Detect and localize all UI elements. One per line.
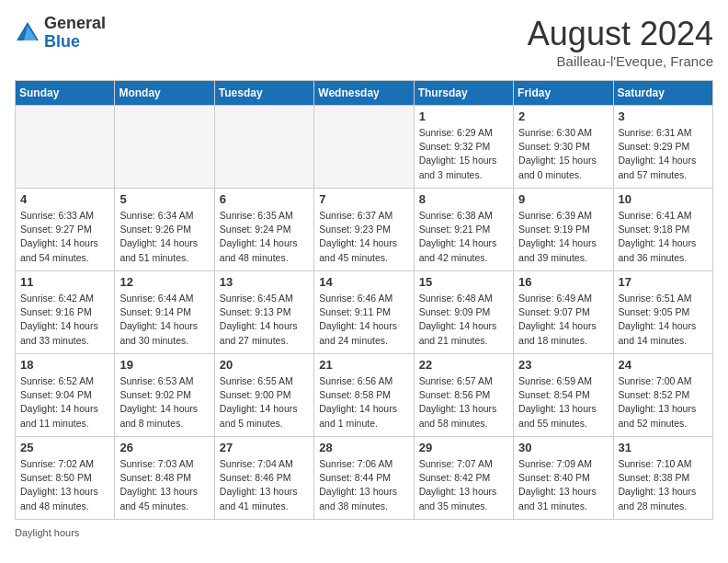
calendar-cell	[16, 106, 115, 189]
calendar-cell: 15Sunrise: 6:48 AM Sunset: 9:09 PM Dayli…	[414, 271, 513, 354]
day-number: 4	[20, 192, 109, 206]
calendar-cell: 19Sunrise: 6:53 AM Sunset: 9:02 PM Dayli…	[115, 354, 214, 437]
calendar-cell: 17Sunrise: 6:51 AM Sunset: 9:05 PM Dayli…	[613, 271, 712, 354]
day-info: Sunrise: 6:46 AM Sunset: 9:11 PM Dayligh…	[319, 292, 408, 348]
calendar-week-2: 4Sunrise: 6:33 AM Sunset: 9:27 PM Daylig…	[16, 189, 713, 271]
daylight-label: Daylight hours	[15, 527, 79, 538]
day-number: 17	[619, 275, 708, 289]
logo-general-text: General	[44, 14, 106, 32]
day-info: Sunrise: 6:48 AM Sunset: 9:09 PM Dayligh…	[419, 292, 508, 348]
day-info: Sunrise: 6:57 AM Sunset: 8:56 PM Dayligh…	[419, 374, 508, 431]
calendar-cell: 8Sunrise: 6:38 AM Sunset: 9:21 PM Daylig…	[414, 189, 513, 271]
day-info: Sunrise: 6:55 AM Sunset: 9:00 PM Dayligh…	[220, 374, 309, 431]
day-info: Sunrise: 6:31 AM Sunset: 9:29 PM Dayligh…	[619, 126, 708, 182]
day-number: 6	[220, 192, 309, 206]
calendar-cell: 21Sunrise: 6:56 AM Sunset: 8:58 PM Dayli…	[314, 354, 414, 437]
day-info: Sunrise: 6:41 AM Sunset: 9:18 PM Dayligh…	[619, 209, 708, 265]
weekday-header-row: SundayMondayTuesdayWednesdayThursdayFrid…	[16, 81, 713, 106]
title-block: August 2024 Bailleau-l'Eveque, France	[528, 15, 713, 69]
day-number: 29	[419, 441, 508, 454]
day-number: 15	[419, 275, 508, 289]
calendar-cell: 29Sunrise: 7:07 AM Sunset: 8:42 PM Dayli…	[414, 437, 513, 520]
calendar-cell: 10Sunrise: 6:41 AM Sunset: 9:18 PM Dayli…	[613, 189, 712, 271]
day-info: Sunrise: 6:56 AM Sunset: 8:58 PM Dayligh…	[319, 374, 408, 431]
day-number: 27	[220, 441, 309, 454]
page-header: General Blue August 2024 Bailleau-l'Eveq…	[15, 15, 713, 69]
calendar-week-3: 11Sunrise: 6:42 AM Sunset: 9:16 PM Dayli…	[16, 271, 713, 354]
calendar-cell: 4Sunrise: 6:33 AM Sunset: 9:27 PM Daylig…	[16, 189, 115, 271]
calendar-cell: 1Sunrise: 6:29 AM Sunset: 9:32 PM Daylig…	[414, 106, 513, 189]
calendar-cell: 20Sunrise: 6:55 AM Sunset: 9:00 PM Dayli…	[214, 354, 313, 437]
day-number: 22	[419, 358, 508, 372]
day-number: 5	[119, 192, 209, 206]
calendar-cell: 30Sunrise: 7:09 AM Sunset: 8:40 PM Dayli…	[514, 437, 613, 520]
day-number: 31	[619, 441, 708, 454]
day-info: Sunrise: 6:33 AM Sunset: 9:27 PM Dayligh…	[20, 209, 109, 265]
day-info: Sunrise: 7:03 AM Sunset: 8:48 PM Dayligh…	[119, 457, 209, 513]
day-number: 8	[419, 192, 508, 206]
month-year-title: August 2024	[528, 15, 713, 53]
calendar-cell: 7Sunrise: 6:37 AM Sunset: 9:23 PM Daylig…	[314, 189, 414, 271]
weekday-header-monday: Monday	[115, 81, 214, 106]
calendar-footer: Daylight hours	[15, 527, 713, 538]
calendar-cell: 3Sunrise: 6:31 AM Sunset: 9:29 PM Daylig…	[613, 106, 712, 189]
day-info: Sunrise: 6:38 AM Sunset: 9:21 PM Dayligh…	[419, 209, 508, 265]
day-number: 21	[319, 358, 408, 372]
day-number: 13	[220, 275, 309, 289]
calendar-week-5: 25Sunrise: 7:02 AM Sunset: 8:50 PM Dayli…	[16, 437, 713, 520]
calendar-cell: 6Sunrise: 6:35 AM Sunset: 9:24 PM Daylig…	[214, 189, 313, 271]
day-info: Sunrise: 6:59 AM Sunset: 8:54 PM Dayligh…	[518, 374, 608, 431]
calendar-cell: 24Sunrise: 7:00 AM Sunset: 8:52 PM Dayli…	[613, 354, 712, 437]
day-number: 16	[518, 275, 608, 289]
calendar-week-4: 18Sunrise: 6:52 AM Sunset: 9:04 PM Dayli…	[16, 354, 713, 437]
calendar-cell: 18Sunrise: 6:52 AM Sunset: 9:04 PM Dayli…	[16, 354, 115, 437]
calendar-cell: 2Sunrise: 6:30 AM Sunset: 9:30 PM Daylig…	[514, 106, 613, 189]
day-info: Sunrise: 6:53 AM Sunset: 9:02 PM Dayligh…	[119, 374, 209, 431]
logo-blue-text: Blue	[44, 32, 80, 51]
day-info: Sunrise: 6:35 AM Sunset: 9:24 PM Dayligh…	[220, 209, 309, 265]
day-number: 20	[220, 358, 309, 372]
calendar-cell: 28Sunrise: 7:06 AM Sunset: 8:44 PM Dayli…	[314, 437, 414, 520]
calendar-table: SundayMondayTuesdayWednesdayThursdayFrid…	[15, 80, 713, 520]
day-info: Sunrise: 6:45 AM Sunset: 9:13 PM Dayligh…	[220, 292, 309, 348]
day-info: Sunrise: 6:29 AM Sunset: 9:32 PM Dayligh…	[419, 126, 508, 182]
weekday-header-friday: Friday	[514, 81, 613, 106]
day-info: Sunrise: 6:34 AM Sunset: 9:26 PM Dayligh…	[119, 209, 209, 265]
calendar-cell: 5Sunrise: 6:34 AM Sunset: 9:26 PM Daylig…	[115, 189, 214, 271]
day-info: Sunrise: 6:42 AM Sunset: 9:16 PM Dayligh…	[20, 292, 109, 348]
day-number: 2	[518, 109, 608, 123]
weekday-header-tuesday: Tuesday	[214, 81, 313, 106]
day-number: 12	[119, 275, 209, 289]
calendar-cell: 25Sunrise: 7:02 AM Sunset: 8:50 PM Dayli…	[16, 437, 115, 520]
day-number: 25	[20, 441, 109, 454]
calendar-cell: 11Sunrise: 6:42 AM Sunset: 9:16 PM Dayli…	[16, 271, 115, 354]
weekday-header-wednesday: Wednesday	[314, 81, 414, 106]
day-info: Sunrise: 6:49 AM Sunset: 9:07 PM Dayligh…	[518, 292, 608, 348]
day-info: Sunrise: 7:00 AM Sunset: 8:52 PM Dayligh…	[619, 374, 708, 431]
day-number: 10	[619, 192, 708, 206]
calendar-cell: 13Sunrise: 6:45 AM Sunset: 9:13 PM Dayli…	[214, 271, 313, 354]
day-info: Sunrise: 6:44 AM Sunset: 9:14 PM Dayligh…	[119, 292, 209, 348]
day-number: 24	[619, 358, 708, 372]
day-number: 7	[319, 192, 408, 206]
weekday-header-sunday: Sunday	[16, 81, 115, 106]
calendar-cell	[214, 106, 313, 189]
day-info: Sunrise: 6:52 AM Sunset: 9:04 PM Dayligh…	[20, 374, 109, 431]
calendar-cell: 27Sunrise: 7:04 AM Sunset: 8:46 PM Dayli…	[214, 437, 313, 520]
day-number: 14	[319, 275, 408, 289]
day-info: Sunrise: 7:02 AM Sunset: 8:50 PM Dayligh…	[20, 457, 109, 513]
calendar-cell: 23Sunrise: 6:59 AM Sunset: 8:54 PM Dayli…	[514, 354, 613, 437]
day-info: Sunrise: 7:10 AM Sunset: 8:38 PM Dayligh…	[619, 457, 708, 513]
day-number: 3	[619, 109, 708, 123]
logo-icon	[15, 20, 40, 46]
day-number: 26	[119, 441, 209, 454]
weekday-header-thursday: Thursday	[414, 81, 513, 106]
day-number: 11	[20, 275, 109, 289]
weekday-header-saturday: Saturday	[613, 81, 712, 106]
day-info: Sunrise: 6:30 AM Sunset: 9:30 PM Dayligh…	[518, 126, 608, 182]
calendar-week-1: 1Sunrise: 6:29 AM Sunset: 9:32 PM Daylig…	[16, 106, 713, 189]
calendar-cell: 26Sunrise: 7:03 AM Sunset: 8:48 PM Dayli…	[115, 437, 214, 520]
calendar-cell	[314, 106, 414, 189]
day-info: Sunrise: 7:04 AM Sunset: 8:46 PM Dayligh…	[220, 457, 309, 513]
day-number: 19	[119, 358, 209, 372]
